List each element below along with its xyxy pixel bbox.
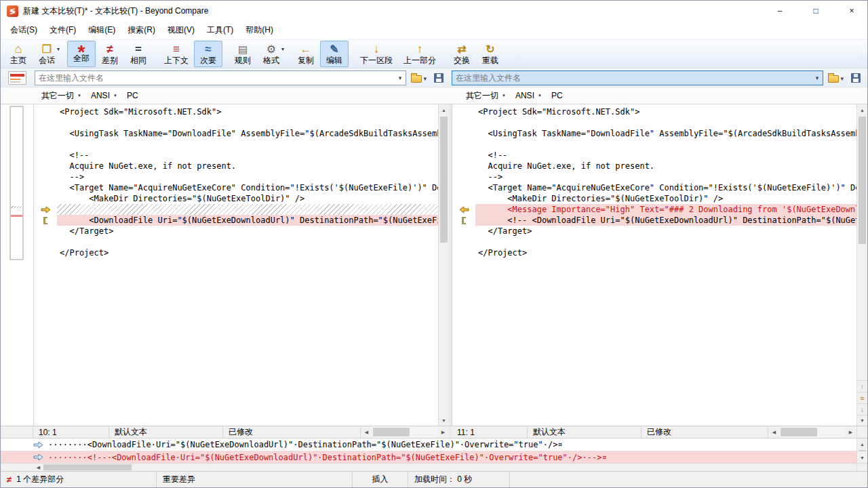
left-path-dropdown-icon[interactable] [394, 71, 406, 85]
left-save-button[interactable] [431, 70, 446, 85]
detail-vertical-scrollbar[interactable] [856, 439, 867, 463]
right-pane-header: 其它一切 ANSI PC [443, 87, 867, 104]
diff-thumbnail[interactable] [9, 106, 24, 260]
toolbar-button-reload[interactable]: ↻重载 [476, 41, 505, 67]
code-line: </Project> [34, 247, 438, 258]
menu-item-s[interactable]: 会话(S) [4, 21, 43, 39]
gutter [34, 237, 57, 247]
left-path-input[interactable] [35, 71, 394, 85]
scrollbar-track[interactable] [439, 115, 449, 415]
menu-item-e[interactable]: 编辑(E) [82, 21, 121, 39]
toolbar-button-all[interactable]: *全部 [67, 41, 96, 67]
right-format-dropdown[interactable]: 其它一切 [463, 89, 511, 103]
right-horizontal-scrollbar[interactable] [768, 426, 856, 438]
scrollbar-corner [856, 426, 867, 438]
right-encoding-dropdown[interactable]: ANSI [513, 89, 547, 102]
scroll-left-button[interactable] [33, 464, 43, 471]
left-path-combobox[interactable] [35, 70, 406, 85]
right-encoding-label: ANSI [515, 91, 534, 100]
code-text: <!-- <DownloadFile Uri="$(NuGetExeDownlo… [475, 215, 856, 226]
previous-difference-button[interactable] [857, 380, 867, 392]
toolbar-button-minor[interactable]: ≈次要 [194, 41, 222, 67]
left-encoding-dropdown[interactable]: ANSI [88, 89, 123, 102]
toolbar-button-next-section[interactable]: ↓下一区段 [355, 41, 398, 67]
menu-item-f[interactable]: 文件(F) [43, 21, 82, 39]
code-text [57, 117, 438, 128]
right-vertical-scrollbar[interactable] [856, 104, 867, 426]
left-horizontal-scrollbar[interactable] [361, 426, 449, 438]
toolbar-separator [285, 40, 292, 68]
scroll-down-button[interactable] [857, 452, 867, 463]
scroll-up-button[interactable] [857, 104, 867, 115]
minimize-button[interactable]: – [764, 1, 795, 21]
toolbar-button-rules[interactable]: ▤规则 [229, 41, 257, 67]
scrollbar-thumb[interactable] [440, 117, 448, 243]
toolbar-button-context[interactable]: ≡上下文 [159, 41, 194, 67]
scrollbar-thumb[interactable] [373, 428, 410, 436]
scrollbar-track[interactable] [780, 426, 845, 438]
next-difference-button[interactable] [857, 403, 867, 415]
scrollbar-thumb[interactable] [859, 117, 866, 244]
menu-item-r[interactable]: 搜索(R) [121, 21, 161, 39]
compare-area: <Project Sdk="Microsoft.NET.Sdk"> <Using… [1, 104, 867, 426]
left-code-view[interactable]: <Project Sdk="Microsoft.NET.Sdk"> <Using… [34, 104, 438, 258]
code-line [34, 204, 438, 215]
code-line: --> [34, 171, 438, 182]
toolbar-button-home[interactable]: ⌂主页 [4, 41, 33, 67]
toolbar-button-session[interactable]: ❐会话▾ [33, 41, 61, 67]
folder-icon [828, 75, 839, 83]
maximize-button[interactable]: □ [800, 1, 831, 21]
detail-rows: ········<DownloadFile·Uri="$(NuGetExeDow… [1, 439, 856, 463]
right-code-view[interactable]: <Project Sdk="Microsoft.NET.Sdk"> <Using… [452, 104, 856, 258]
save-icon [851, 73, 861, 83]
toolbar-button-copy[interactable]: ←复制 [292, 41, 320, 67]
left-encoding-label: ANSI [91, 91, 110, 100]
left-browse-button[interactable] [408, 70, 429, 85]
toolbar-button-format[interactable]: ⚙格式▾ [257, 41, 285, 67]
folder-icon [411, 75, 422, 83]
menu-item-h[interactable]: 帮助(H) [239, 21, 279, 39]
close-button[interactable]: × [836, 1, 867, 21]
scrollbar-track[interactable] [43, 464, 856, 471]
right-editor-pane[interactable]: <Project Sdk="Microsoft.NET.Sdk"> <Using… [452, 104, 856, 426]
scrollbar-track[interactable] [857, 115, 867, 380]
right-browse-button[interactable] [825, 70, 846, 85]
toolbar-button-same[interactable]: =相同 [124, 41, 153, 67]
right-path-combobox[interactable] [452, 70, 823, 85]
scrollbar-thumb[interactable] [43, 464, 132, 470]
scroll-left-button[interactable] [768, 426, 780, 438]
toolbar-button-differences[interactable]: ≠差别 [96, 41, 124, 67]
right-path-input[interactable] [452, 71, 811, 85]
thumbnail-viewport [10, 106, 23, 260]
center-current-difference-button[interactable] [857, 392, 867, 403]
scrollbar-track[interactable] [372, 426, 437, 438]
toolbar-button-swap[interactable]: ⇄交换 [448, 41, 476, 67]
left-format-dropdown[interactable]: 其它一切 [39, 89, 87, 103]
scroll-right-button[interactable] [437, 426, 449, 438]
scroll-right-button[interactable] [845, 426, 856, 438]
right-path-dropdown-icon[interactable] [811, 71, 823, 85]
thumbnail-sidebar [1, 104, 33, 426]
scroll-up-button[interactable] [439, 104, 449, 115]
scroll-up-button[interactable] [857, 439, 867, 449]
detail-horizontal-scrollbar[interactable] [1, 463, 867, 471]
pane-header-spacer [1, 87, 33, 104]
diff-section-mark [452, 215, 475, 226]
left-vertical-scrollbar[interactable] [438, 104, 449, 426]
scroll-down-button[interactable] [857, 415, 867, 426]
menu-item-t[interactable]: 工具(T) [201, 21, 239, 39]
scrollbar-thumb[interactable] [781, 428, 817, 436]
scroll-left-button[interactable] [361, 426, 372, 438]
right-line-ending-dropdown[interactable]: PC [549, 89, 568, 102]
scrollbar-thumb[interactable] [859, 450, 866, 451]
menu-item-v[interactable]: 视图(V) [161, 21, 201, 39]
toolbar-button-prev-section[interactable]: ↑上一部分 [398, 41, 441, 67]
code-text: <Target Name="AcquireNuGetExeCore" Condi… [57, 182, 438, 193]
toolbar-button-edit[interactable]: ✎编辑 [320, 41, 349, 67]
left-line-ending-dropdown[interactable]: PC [124, 89, 144, 102]
toolbar-button-label: 差别 [102, 56, 118, 66]
scrollbar-track[interactable] [857, 449, 867, 452]
scroll-down-button[interactable] [439, 415, 449, 426]
right-save-button[interactable] [848, 70, 863, 85]
left-editor-pane[interactable]: <Project Sdk="Microsoft.NET.Sdk"> <Using… [33, 104, 438, 426]
